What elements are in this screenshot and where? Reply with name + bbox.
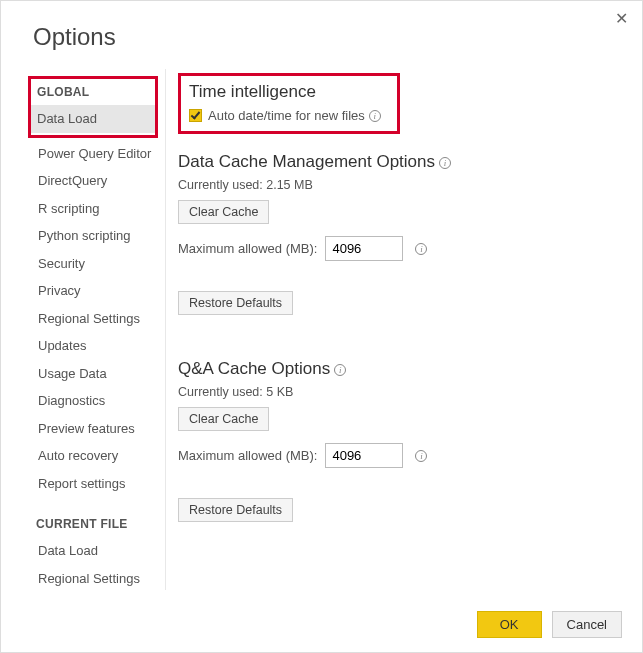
sidebar-item-diagnostics[interactable]: Diagnostics (34, 387, 158, 415)
sidebar-item-updates[interactable]: Updates (34, 332, 158, 360)
sidebar-item-python-scripting[interactable]: Python scripting (34, 222, 158, 250)
info-icon[interactable] (369, 110, 381, 122)
auto-date-time-label: Auto date/time for new files (208, 108, 365, 123)
qa-cache-max-label: Maximum allowed (MB): (178, 448, 317, 463)
info-icon[interactable] (334, 364, 346, 376)
qa-cache-currently-used: Currently used: 5 KB (178, 385, 624, 399)
qa-cache-title: Q&A Cache Options (178, 359, 624, 379)
info-icon[interactable] (415, 243, 427, 255)
sidebar-item-auto-recovery[interactable]: Auto recovery (34, 442, 158, 470)
time-intelligence-title: Time intelligence (189, 82, 389, 102)
global-header: GLOBAL (35, 81, 153, 103)
sidebar-item-r-scripting[interactable]: R scripting (34, 195, 158, 223)
sidebar-item-power-query-editor[interactable]: Power Query Editor (34, 140, 158, 168)
sidebar-item-usage-data[interactable]: Usage Data (34, 360, 158, 388)
content-panel: Time intelligence Auto date/time for new… (165, 69, 642, 590)
sidebar-item-directquery[interactable]: DirectQuery (34, 167, 158, 195)
data-cache-section: Data Cache Management Options Currently … (178, 152, 624, 327)
qa-cache-max-input[interactable] (325, 443, 403, 468)
cancel-button[interactable]: Cancel (552, 611, 622, 638)
highlight-global-box: GLOBAL Data Load (28, 76, 158, 138)
clear-cache-button[interactable]: Clear Cache (178, 200, 269, 224)
data-cache-max-label: Maximum allowed (MB): (178, 241, 317, 256)
sidebar-item-cf-data-load[interactable]: Data Load (34, 537, 158, 565)
data-cache-title: Data Cache Management Options (178, 152, 624, 172)
highlight-time-intelligence-box: Time intelligence Auto date/time for new… (178, 73, 400, 134)
qa-cache-title-text: Q&A Cache Options (178, 359, 330, 378)
sidebar-item-data-load[interactable]: Data Load (31, 105, 155, 133)
data-cache-max-input[interactable] (325, 236, 403, 261)
restore-defaults-button[interactable]: Restore Defaults (178, 291, 293, 315)
data-cache-currently-used: Currently used: 2.15 MB (178, 178, 624, 192)
sidebar-item-regional-settings[interactable]: Regional Settings (34, 305, 158, 333)
qa-clear-cache-button[interactable]: Clear Cache (178, 407, 269, 431)
dialog-title: Options (1, 1, 642, 69)
sidebar-item-security[interactable]: Security (34, 250, 158, 278)
ok-button[interactable]: OK (477, 611, 542, 638)
auto-date-time-checkbox[interactable] (189, 109, 202, 122)
sidebar-item-report-settings[interactable]: Report settings (34, 470, 158, 498)
info-icon[interactable] (415, 450, 427, 462)
dialog-footer: OK Cancel (477, 611, 622, 638)
data-cache-title-text: Data Cache Management Options (178, 152, 435, 171)
qa-restore-defaults-button[interactable]: Restore Defaults (178, 498, 293, 522)
qa-cache-section: Q&A Cache Options Currently used: 5 KB C… (178, 359, 624, 534)
close-icon[interactable]: ✕ (615, 11, 628, 27)
sidebar-item-preview-features[interactable]: Preview features (34, 415, 158, 443)
info-icon[interactable] (439, 157, 451, 169)
current-file-header: CURRENT FILE (34, 511, 158, 537)
options-dialog: ✕ Options GLOBAL Data Load Power Query E… (1, 1, 642, 652)
sidebar: GLOBAL Data Load Power Query Editor Dire… (21, 69, 161, 590)
sidebar-item-privacy[interactable]: Privacy (34, 277, 158, 305)
sidebar-item-cf-regional-settings[interactable]: Regional Settings (34, 565, 158, 591)
